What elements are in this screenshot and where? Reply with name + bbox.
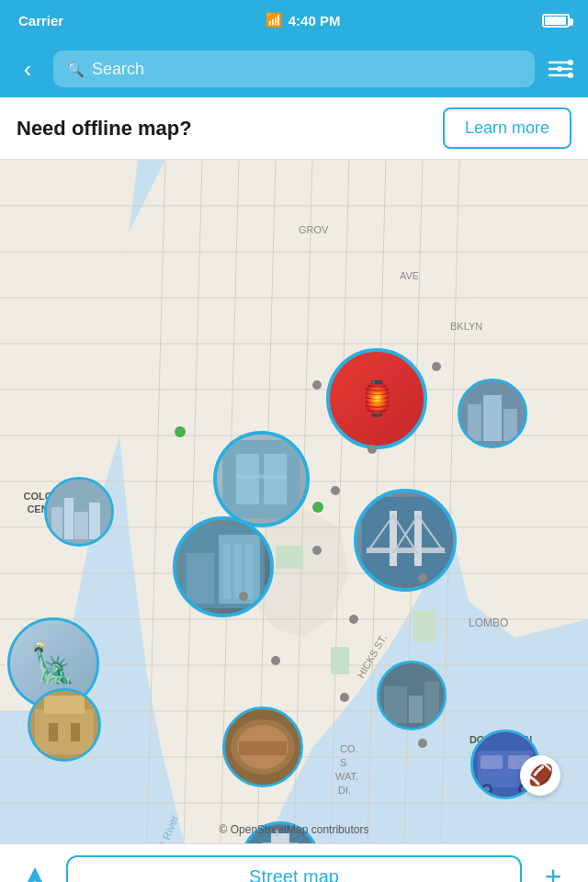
svg-text:DI.: DI. [338, 785, 351, 796]
bottom-bar: Street map + [0, 843, 588, 882]
carrier-label: Carrier [18, 13, 63, 28]
svg-rect-79 [89, 503, 100, 539]
dot-marker-green [175, 426, 186, 437]
pin-chinatown[interactable]: 🏮 [326, 348, 427, 449]
svg-text:S: S [340, 757, 346, 768]
svg-rect-57 [222, 440, 300, 518]
svg-text:CO.: CO. [340, 743, 358, 754]
dot-marker [340, 693, 349, 702]
svg-text:LOMBO: LOMBO [469, 616, 508, 629]
svg-point-1 [568, 60, 573, 65]
svg-rect-64 [223, 544, 231, 599]
svg-rect-96 [424, 682, 439, 723]
svg-rect-76 [51, 507, 62, 539]
dot-marker [418, 739, 427, 748]
time-label: 4:40 PM [288, 13, 341, 28]
svg-rect-77 [64, 498, 74, 539]
svg-rect-66 [245, 544, 253, 599]
svg-rect-78 [74, 512, 88, 539]
svg-marker-111 [26, 867, 44, 883]
pin-ellis[interactable] [28, 688, 101, 762]
svg-rect-59 [264, 454, 287, 504]
svg-rect-92 [239, 741, 287, 755]
learn-more-button[interactable]: Learn more [443, 107, 571, 149]
dot-marker [331, 486, 340, 495]
dot-marker [349, 615, 358, 624]
svg-rect-62 [187, 553, 214, 604]
search-icon: 🔍 [66, 61, 85, 78]
svg-rect-60 [236, 475, 287, 479]
svg-text:AVE: AVE [400, 270, 419, 281]
svg-rect-88 [71, 723, 80, 741]
map-area[interactable]: BROK BKLYN AVE GROV HICKS ST. CO. S WAT.… [0, 160, 588, 843]
offline-text: Need offline map? [17, 117, 192, 141]
back-button[interactable]: ‹ [11, 52, 44, 85]
dot-marker [432, 362, 441, 371]
svg-rect-83 [503, 409, 517, 441]
svg-rect-81 [468, 404, 481, 441]
svg-text:WAT.: WAT. [335, 771, 358, 782]
svg-rect-82 [483, 395, 502, 441]
dot-marker [271, 656, 280, 665]
svg-rect-68 [367, 548, 445, 553]
svg-rect-65 [234, 544, 242, 599]
svg-rect-99 [481, 755, 503, 769]
pin-brooklyn-heights[interactable] [458, 379, 527, 448]
svg-rect-58 [236, 454, 259, 504]
svg-text:BKLYN: BKLYN [450, 321, 482, 332]
svg-rect-87 [49, 723, 58, 741]
svg-rect-95 [409, 695, 423, 723]
pin-colgate[interactable] [44, 477, 114, 547]
battery-icon [542, 14, 570, 28]
nav-bar: ‹ 🔍 Search [0, 40, 588, 97]
svg-rect-37 [331, 647, 349, 674]
dot-marker [368, 445, 377, 454]
street-map-button[interactable]: Street map [66, 855, 522, 883]
wifi-icon: 📶 [266, 12, 283, 28]
pin-castle-clinton[interactable] [222, 707, 303, 787]
dot-marker [312, 380, 322, 390]
map-attribution: © OpenStreetMap contributors [220, 823, 369, 836]
dot-marker [239, 592, 248, 601]
status-bar: Carrier 📶 4:40 PM [0, 0, 588, 40]
svg-rect-35 [276, 546, 303, 569]
pin-memorial[interactable] [213, 431, 310, 527]
search-bar[interactable]: 🔍 Search [53, 51, 535, 87]
svg-rect-86 [44, 695, 85, 714]
football-button[interactable]: 🏈 [520, 755, 560, 796]
svg-point-6 [568, 73, 573, 78]
location-button[interactable] [15, 857, 55, 883]
dot-marker [418, 573, 427, 582]
svg-rect-36 [413, 610, 436, 642]
svg-rect-85 [35, 709, 94, 754]
dot-marker-green [312, 502, 323, 513]
add-button[interactable]: + [533, 857, 573, 883]
offline-banner: Need offline map? Learn more [0, 97, 588, 160]
pin-dumbo[interactable] [377, 661, 447, 730]
pin-brooklyn-bridge[interactable] [354, 489, 457, 592]
svg-rect-94 [384, 686, 407, 723]
svg-text:GROV: GROV [299, 224, 329, 235]
pin-battery-park[interactable] [173, 516, 274, 617]
search-placeholder: Search [92, 60, 144, 79]
filter-button[interactable] [544, 52, 577, 85]
svg-point-103 [484, 786, 490, 792]
dot-marker [312, 546, 322, 555]
